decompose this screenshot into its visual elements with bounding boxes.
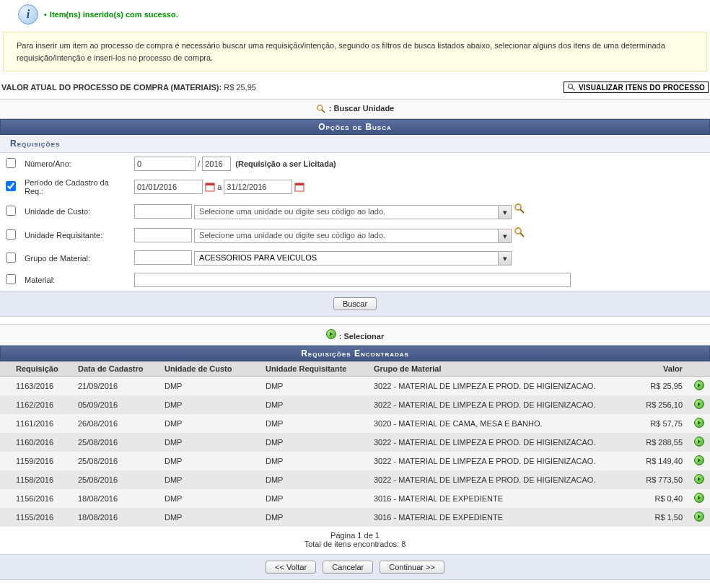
section-header-opcoes-busca: Opções de Busca bbox=[0, 119, 710, 135]
select-row-button[interactable] bbox=[694, 418, 704, 428]
cell-data: 25/08/2016 bbox=[72, 452, 159, 470]
svg-point-0 bbox=[568, 84, 572, 89]
cell-grupo: 3016 - MATERIAL DE EXPEDIENTE bbox=[368, 508, 623, 527]
th-ur: Unidade Requisitante bbox=[260, 361, 368, 377]
cell-valor: R$ 256,10 bbox=[623, 395, 688, 414]
filter-periodo-checkbox[interactable] bbox=[6, 181, 16, 191]
search-icon bbox=[567, 83, 576, 92]
filter-material-checkbox[interactable] bbox=[6, 274, 16, 284]
table-row: 1159/201625/08/2016DMPDMP3022 - MATERIAL… bbox=[0, 452, 710, 470]
filter-grupo-label: Grupo de Material: bbox=[22, 247, 130, 269]
select-row-button[interactable] bbox=[694, 474, 704, 484]
cell-req: 1158/2016 bbox=[0, 470, 72, 489]
cell-req: 1161/2016 bbox=[0, 414, 72, 433]
cell-grupo: 3022 - MATERIAL DE LIMPEZA E PROD. DE HI… bbox=[368, 433, 623, 452]
numero-hint: (Requisição a ser Licitada) bbox=[235, 159, 336, 168]
cell-uc: DMP bbox=[159, 452, 260, 470]
filter-periodo-label: Período de Cadastro da Req.: bbox=[22, 175, 130, 199]
filter-table: Número/Ano: / (Requisição a ser Licitada… bbox=[0, 153, 710, 291]
cell-valor: R$ 149,40 bbox=[623, 452, 688, 470]
th-grupo: Grupo de Material bbox=[368, 361, 623, 377]
pagination: Página 1 de 1 Total de itens encontrados… bbox=[0, 527, 710, 550]
cell-valor: R$ 1,50 bbox=[623, 508, 688, 527]
chevron-down-icon: ▾ bbox=[498, 206, 511, 219]
periodo-inicio-input[interactable] bbox=[134, 180, 203, 194]
unidade-custo-code-input[interactable] bbox=[134, 204, 192, 219]
table-row: 1156/201618/08/2016DMPDMP3016 - MATERIAL… bbox=[0, 489, 710, 508]
ano-input[interactable] bbox=[202, 157, 231, 171]
table-row: 1160/201625/08/2016DMPDMP3022 - MATERIAL… bbox=[0, 433, 710, 452]
select-row-button[interactable] bbox=[694, 512, 704, 522]
cell-grupo: 3020 - MATERIAL DE CAMA, MESA E BANHO. bbox=[368, 414, 623, 433]
cell-req: 1162/2016 bbox=[0, 395, 72, 414]
continuar-button[interactable]: Continuar >> bbox=[380, 561, 444, 574]
select-row-button[interactable] bbox=[694, 455, 704, 465]
search-unidade-req-button[interactable] bbox=[514, 231, 525, 240]
cell-uc: DMP bbox=[159, 433, 260, 452]
section-header-encontradas: Requisições Encontradas bbox=[0, 346, 710, 361]
numero-input[interactable] bbox=[134, 157, 196, 171]
info-icon: i bbox=[18, 4, 38, 25]
cell-req: 1155/2016 bbox=[0, 508, 72, 527]
success-text: •Item(ns) inserido(s) com sucesso. bbox=[44, 10, 178, 19]
calendar-icon[interactable] bbox=[294, 182, 304, 193]
cell-ur: DMP bbox=[260, 470, 368, 489]
calendar-icon[interactable] bbox=[205, 182, 215, 193]
cell-data: 18/08/2016 bbox=[72, 508, 159, 527]
cell-ur: DMP bbox=[260, 489, 368, 508]
cell-ur: DMP bbox=[260, 508, 368, 527]
filter-grupo-checkbox[interactable] bbox=[6, 253, 16, 263]
select-icon bbox=[326, 329, 336, 339]
table-row: 1155/201618/08/2016DMPDMP3016 - MATERIAL… bbox=[0, 508, 710, 527]
cell-valor: R$ 25,95 bbox=[623, 377, 688, 396]
success-message-bar: i •Item(ns) inserido(s) com sucesso. bbox=[0, 0, 710, 32]
legend-buscar-unidade: : Buscar Unidade bbox=[0, 99, 710, 119]
results-table: Requisição Data de Cadastro Unidade de C… bbox=[0, 361, 710, 527]
cell-grupo: 3016 - MATERIAL DE EXPEDIENTE bbox=[368, 489, 623, 508]
table-row: 1162/201605/09/2016DMPDMP3022 - MATERIAL… bbox=[0, 395, 710, 414]
cell-grupo: 3022 - MATERIAL DE LIMPEZA E PROD. DE HI… bbox=[368, 395, 623, 414]
cell-grupo: 3022 - MATERIAL DE LIMPEZA E PROD. DE HI… bbox=[368, 452, 623, 470]
filter-unidade-req-checkbox[interactable] bbox=[6, 229, 16, 240]
cell-uc: DMP bbox=[159, 470, 260, 489]
svg-rect-5 bbox=[206, 183, 214, 185]
table-row: 1158/201625/08/2016DMPDMP3022 - MATERIAL… bbox=[0, 470, 710, 489]
chevron-down-icon: ▾ bbox=[498, 252, 511, 265]
th-valor: Valor bbox=[623, 361, 688, 377]
select-row-button[interactable] bbox=[694, 399, 704, 409]
periodo-fim-input[interactable] bbox=[224, 180, 292, 194]
grupo-material-select[interactable]: ACESSORIOS PARA VEICULOS ▾ bbox=[194, 251, 512, 266]
grupo-code-input[interactable] bbox=[134, 250, 192, 265]
cell-ur: DMP bbox=[260, 377, 368, 396]
cell-grupo: 3022 - MATERIAL DE LIMPEZA E PROD. DE HI… bbox=[368, 377, 623, 396]
select-row-button[interactable] bbox=[694, 493, 704, 503]
unidade-req-code-input[interactable] bbox=[134, 228, 192, 242]
material-input[interactable] bbox=[134, 273, 571, 287]
cell-valor: R$ 57,75 bbox=[623, 414, 688, 433]
cell-uc: DMP bbox=[159, 508, 260, 527]
cell-ur: DMP bbox=[260, 414, 368, 433]
cell-valor: R$ 288,55 bbox=[623, 433, 688, 452]
cell-ur: DMP bbox=[260, 433, 368, 452]
unidade-custo-select[interactable]: Selecione uma unidade ou digite seu códi… bbox=[194, 205, 512, 219]
instruction-box: Para inserir um item ao processo de comp… bbox=[3, 32, 707, 71]
cancelar-button[interactable]: Cancelar bbox=[323, 561, 373, 574]
filter-material-label: Material: bbox=[22, 269, 130, 291]
visualizar-itens-button[interactable]: VISUALIZAR ITENS DO PROCESSO bbox=[564, 82, 709, 93]
cell-uc: DMP bbox=[159, 489, 260, 508]
sub-header-requisicoes: Requisições bbox=[0, 135, 710, 153]
filter-unidade-req-label: Unidade Requisitante: bbox=[22, 223, 130, 247]
cell-data: 25/08/2016 bbox=[72, 433, 159, 452]
select-row-button[interactable] bbox=[694, 436, 704, 447]
voltar-button[interactable]: << Voltar bbox=[266, 561, 316, 574]
filter-unidade-custo-checkbox[interactable] bbox=[6, 206, 16, 216]
th-data: Data de Cadastro bbox=[72, 361, 159, 377]
select-row-button[interactable] bbox=[694, 380, 704, 390]
unidade-req-select[interactable]: Selecione uma unidade ou digite seu códi… bbox=[194, 229, 512, 243]
filter-numero-checkbox[interactable] bbox=[6, 158, 16, 168]
cell-req: 1156/2016 bbox=[0, 489, 72, 508]
search-unidade-custo-button[interactable] bbox=[514, 207, 525, 216]
cell-data: 21/09/2016 bbox=[72, 377, 159, 396]
svg-line-9 bbox=[520, 209, 524, 213]
buscar-button[interactable]: Buscar bbox=[333, 297, 377, 310]
